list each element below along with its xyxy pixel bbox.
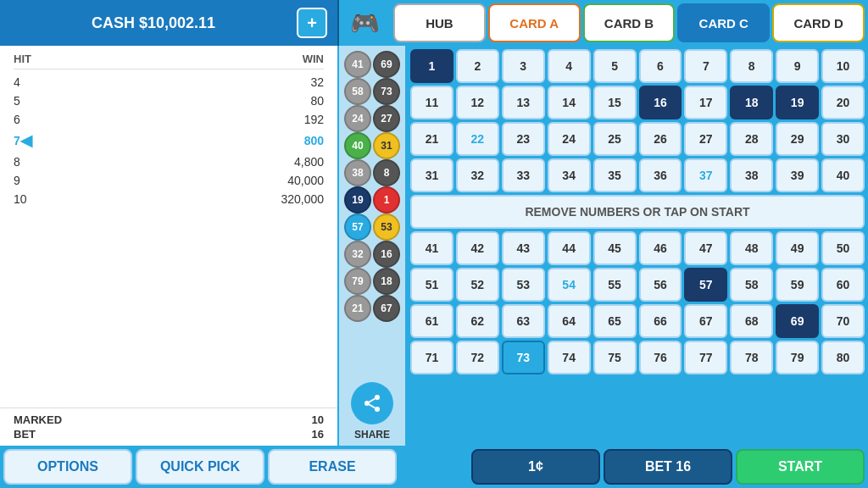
number-button[interactable]: 9 — [776, 49, 819, 83]
number-button[interactable]: 49 — [776, 231, 819, 265]
number-button[interactable]: 33 — [502, 158, 545, 192]
number-button[interactable]: 75 — [593, 341, 637, 374]
tab-hub[interactable]: HUB — [393, 3, 486, 42]
number-button[interactable]: 45 — [593, 231, 637, 265]
start-button[interactable]: START — [736, 449, 865, 485]
number-button[interactable]: 35 — [593, 158, 637, 192]
number-button[interactable]: 65 — [593, 304, 637, 338]
number-button[interactable]: 24 — [548, 122, 591, 156]
number-button[interactable]: 56 — [639, 268, 682, 302]
number-button[interactable]: 8 — [730, 49, 773, 83]
number-button[interactable]: 39 — [776, 158, 819, 192]
tab-card-c[interactable]: CARD C — [677, 3, 770, 42]
number-button[interactable]: 42 — [456, 231, 499, 265]
number-button[interactable]: 32 — [456, 158, 499, 192]
number-button[interactable]: 18 — [730, 86, 773, 119]
number-button[interactable]: 62 — [456, 304, 499, 338]
number-button[interactable]: 21 — [410, 122, 453, 156]
number-button[interactable]: 52 — [456, 268, 499, 302]
number-button[interactable]: 57 — [684, 268, 727, 302]
number-button[interactable]: 50 — [821, 231, 865, 265]
hit-value: 6 — [14, 113, 20, 126]
add-cash-button[interactable]: + — [297, 8, 327, 38]
options-button[interactable]: OPTIONS — [3, 449, 132, 485]
number-button[interactable]: 36 — [639, 158, 682, 192]
number-button[interactable]: 46 — [639, 231, 682, 265]
win-col-header: WIN — [303, 53, 324, 65]
number-button[interactable]: 19 — [776, 86, 819, 119]
number-button[interactable]: 37 — [684, 158, 727, 192]
number-button[interactable]: 74 — [548, 341, 591, 374]
number-button[interactable]: 44 — [548, 231, 591, 265]
number-button[interactable]: 6 — [639, 49, 682, 83]
quick-pick-button[interactable]: QUICK PICK — [136, 449, 264, 485]
draw-pairs: 41695873242740313881915753321679182167 — [344, 51, 400, 322]
number-button[interactable]: 34 — [548, 158, 591, 192]
number-button[interactable]: 22 — [456, 122, 499, 156]
number-button[interactable]: 15 — [593, 86, 637, 119]
number-button[interactable]: 61 — [410, 304, 453, 338]
number-button[interactable]: 7 — [684, 49, 727, 83]
number-button[interactable]: 23 — [502, 122, 545, 156]
tab-card-b[interactable]: CARD B — [583, 3, 676, 42]
number-button[interactable]: 58 — [730, 268, 773, 302]
number-button[interactable]: 40 — [821, 158, 865, 192]
share-button[interactable] — [351, 382, 393, 424]
number-button[interactable]: 13 — [502, 86, 545, 119]
number-button[interactable]: 25 — [593, 122, 637, 156]
number-button[interactable]: 30 — [821, 122, 865, 156]
number-button[interactable]: 5 — [593, 49, 637, 83]
number-button[interactable]: 69 — [776, 304, 819, 338]
draw-pair: 191 — [344, 186, 400, 214]
number-button[interactable]: 1 — [410, 49, 453, 83]
penny-button[interactable]: 1¢ — [471, 449, 600, 485]
number-button[interactable]: 78 — [730, 341, 773, 374]
number-button[interactable]: 68 — [730, 304, 773, 338]
number-button[interactable]: 80 — [821, 341, 865, 374]
number-button[interactable]: 70 — [821, 304, 865, 338]
number-button[interactable]: 63 — [502, 304, 545, 338]
number-button[interactable]: 55 — [593, 268, 637, 302]
number-button[interactable]: 27 — [684, 122, 727, 156]
number-button[interactable]: 3 — [502, 49, 545, 83]
number-button[interactable]: 28 — [730, 122, 773, 156]
number-button[interactable]: 2 — [456, 49, 499, 83]
number-button[interactable]: 67 — [684, 304, 727, 338]
number-button[interactable]: 17 — [684, 86, 727, 119]
number-button[interactable]: 38 — [730, 158, 773, 192]
number-button[interactable]: 77 — [684, 341, 727, 374]
number-button[interactable]: 29 — [776, 122, 819, 156]
number-button[interactable]: 59 — [776, 268, 819, 302]
number-button[interactable]: 64 — [548, 304, 591, 338]
number-button[interactable]: 12 — [456, 86, 499, 119]
number-button[interactable]: 16 — [639, 86, 682, 119]
gamepad-button[interactable]: 🎮 — [339, 0, 390, 46]
number-button[interactable]: 26 — [639, 122, 682, 156]
number-button[interactable]: 20 — [821, 86, 865, 119]
number-button[interactable]: 43 — [502, 231, 545, 265]
bet-button[interactable]: BET 16 — [604, 449, 732, 485]
cash-display: CASH $10,002.11 + — [0, 0, 339, 46]
number-button[interactable]: 76 — [639, 341, 682, 374]
number-button[interactable]: 60 — [821, 268, 865, 302]
number-button[interactable]: 73 — [502, 341, 545, 374]
number-button[interactable]: 79 — [776, 341, 819, 374]
number-button[interactable]: 11 — [410, 86, 453, 119]
number-button[interactable]: 66 — [639, 304, 682, 338]
number-button[interactable]: 10 — [821, 49, 865, 83]
number-button[interactable]: 4 — [548, 49, 591, 83]
number-button[interactable]: 47 — [684, 231, 727, 265]
tab-card-d[interactable]: CARD D — [772, 3, 865, 42]
number-button[interactable]: 71 — [410, 341, 453, 374]
number-button[interactable]: 14 — [548, 86, 591, 119]
number-button[interactable]: 54 — [548, 268, 591, 302]
erase-button[interactable]: ERASE — [268, 449, 397, 485]
number-button[interactable]: 48 — [730, 231, 773, 265]
number-button[interactable]: 72 — [456, 341, 499, 374]
win-value: 800 — [304, 134, 324, 147]
number-button[interactable]: 31 — [410, 158, 453, 192]
tab-card-a[interactable]: CARD A — [488, 3, 581, 42]
number-button[interactable]: 41 — [410, 231, 453, 265]
number-button[interactable]: 53 — [502, 268, 545, 302]
number-button[interactable]: 51 — [410, 268, 453, 302]
